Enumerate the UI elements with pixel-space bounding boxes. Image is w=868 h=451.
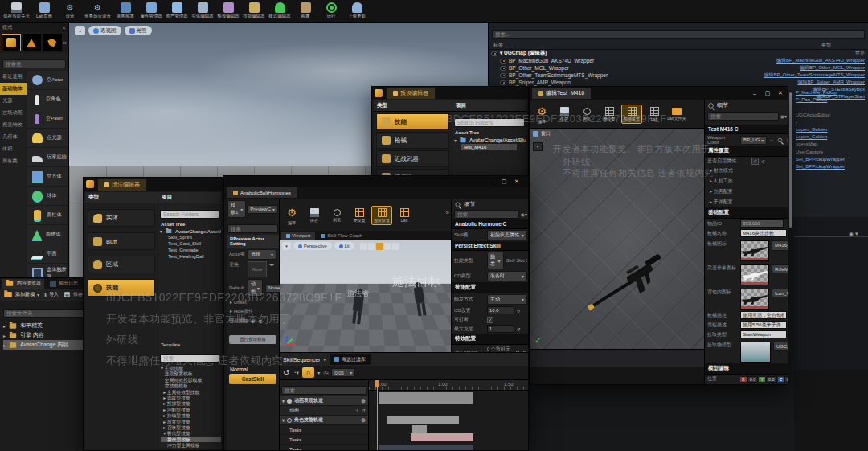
section-header[interactable]: 基础配置	[705, 207, 788, 219]
prev-next-icons[interactable]: ◂▸	[269, 261, 274, 267]
snap-toggle-button[interactable]: ∩	[302, 367, 314, 378]
outliner-col-label[interactable]: 标签	[493, 42, 503, 49]
outliner-type-link[interactable]: Lopen_Golden	[796, 134, 868, 141]
details-search-input[interactable]	[454, 210, 519, 219]
template-row[interactable]: ▸ 放置型技能	[161, 419, 221, 424]
modes-category[interactable]: 视觉特效	[0, 119, 27, 131]
outliner-type-link[interactable]: UGCActorEditor	[796, 113, 868, 120]
placeable-item[interactable]: 平面	[27, 244, 68, 264]
placeable-item[interactable]: 空Pawn	[27, 109, 68, 129]
weapon-preview-viewport[interactable]: 窗口 ▾ ✓	[530, 129, 704, 367]
template-row[interactable]: ▾ 替代型技能	[161, 430, 221, 436]
outliner-search-input[interactable]	[492, 30, 865, 39]
preview-tab-dropdown[interactable]: PreviewC▾	[247, 205, 278, 214]
details-search-input[interactable]	[707, 112, 779, 121]
template-row[interactable]: ▸ 召唤型技能	[161, 424, 221, 430]
track-search-input[interactable]	[281, 386, 366, 395]
rifle-model[interactable]	[574, 232, 687, 340]
pickup-model-thumbnail[interactable]	[740, 342, 771, 363]
back-arrow-icon[interactable]: ←	[769, 137, 774, 142]
toolbar-button[interactable]: Lab	[644, 105, 665, 123]
reset-icon[interactable]: ↺	[517, 308, 521, 314]
track-row[interactable]: Tasks	[280, 445, 368, 451]
view-options-icon[interactable]: ◔▾	[293, 370, 299, 376]
add-new-button[interactable]: 添加新项 ▾	[3, 291, 39, 298]
timeline-area[interactable]: 0.00 1.00 1.50	[369, 380, 529, 451]
template-row[interactable]: 替代型模板	[161, 437, 221, 442]
weapon-editor-tab[interactable]: 编辑Test_M416	[532, 88, 591, 99]
details-tab[interactable]: 细节	[464, 200, 475, 208]
placeable-item[interactable]: 点光源	[27, 129, 68, 148]
snap-interval-dropdown[interactable]: 0.05▾	[331, 368, 355, 377]
toolbar-button[interactable]: 构建	[294, 2, 317, 19]
library-tab[interactable]: 海选过滤库	[330, 354, 371, 365]
asset-dropdown[interactable]: UGC_BP_M▾	[773, 342, 788, 351]
refresh-icon[interactable]: ↺	[283, 368, 289, 377]
modes-category[interactable]: 基础物体	[0, 83, 27, 95]
toolbar-button[interactable]: 类设置	[349, 207, 370, 224]
collapsed-group-row[interactable]: ▸ 伤害配置	[705, 187, 788, 197]
template-row[interactable]: ▸ 引导型技能	[161, 448, 221, 449]
run-preset-button[interactable]: 运行预设模板	[229, 335, 276, 344]
pos-y-field[interactable]: 0.0	[766, 376, 777, 383]
timeline-clip[interactable]	[379, 445, 473, 451]
outliner-type-link[interactable]	[796, 105, 868, 112]
preset-editor-tab[interactable]: 预设编辑器	[386, 87, 436, 99]
visibility-eye-icon[interactable]	[500, 66, 506, 71]
placeable-item[interactable]: 玩家起始	[27, 148, 68, 167]
toolbar-button[interactable]: 编译	[281, 203, 302, 227]
text-field[interactable]	[740, 311, 787, 319]
toolbar-button[interactable]: 资产管理器	[166, 2, 188, 19]
maximize-button[interactable]: ▢	[763, 89, 772, 97]
asset-row[interactable]: Test_Grenade	[158, 248, 221, 254]
eye-filter-icon[interactable]: ◉ ▾	[849, 231, 858, 237]
outliner-row[interactable]: BP_Other_TeamScrimmageMTS_Wrapper 编辑BP_O…	[489, 72, 868, 79]
visibility-eye-icon[interactable]	[491, 51, 497, 56]
modes-close-icon[interactable]: ✕	[62, 25, 66, 31]
reset-icon[interactable]: ↺	[517, 326, 521, 332]
outliner-type-link[interactable]: Set_BPPickupWrapper	[796, 164, 868, 171]
template-row[interactable]: 全局特效投影模板	[161, 377, 221, 383]
template-search-input[interactable]	[160, 354, 219, 363]
toolbar-button[interactable]: 属性管理器	[140, 2, 162, 19]
mode-tab-place[interactable]	[2, 34, 21, 51]
add-track-icon[interactable]: ⊕	[361, 398, 366, 404]
template-row[interactable]: ▸ 冲刺型技能	[161, 407, 221, 412]
viewport-options-button[interactable]: ▾	[282, 242, 291, 250]
asset-dropdown[interactable]: M416突击步▾	[772, 240, 788, 251]
toolbar-button[interactable]: 蓝图脚本	[114, 2, 137, 19]
maximize-button[interactable]: ▢	[499, 178, 509, 186]
perspective-pill[interactable]: Perspective	[293, 242, 332, 250]
toolbar-button[interactable]: 运行	[320, 2, 342, 19]
cooldown-field[interactable]	[487, 306, 514, 314]
timeline-clip[interactable]	[379, 392, 473, 404]
outliner-type-link[interactable]: UserCapture	[796, 150, 868, 157]
modes-category[interactable]: 最近使用	[0, 71, 27, 83]
preset-type-item[interactable]: 枪械	[376, 132, 449, 149]
interrupt-checkbox[interactable]: ✓	[487, 317, 493, 323]
outliner-row[interactable]: BP_Other_MGL_Wrapper 编辑BP_Other_MGL_Wrap…	[489, 64, 868, 72]
outliner-type-link[interactable]: 世界	[855, 50, 868, 57]
toolbar-button[interactable]: Lab文件夹	[666, 106, 687, 122]
placeable-item[interactable]: 盒体触发器	[27, 264, 68, 278]
asset-root-row[interactable]: ▾ AvatarChange/Asset/Blue	[452, 136, 526, 144]
track-group-row[interactable]: ▾ 角色技能轨道 ⊕	[280, 416, 368, 425]
asset-selected-row[interactable]: Test_M416	[461, 144, 517, 150]
visibility-eye-icon[interactable]	[500, 73, 506, 78]
timeline-clip[interactable]	[387, 416, 459, 424]
cd-type-dropdown[interactable]: 装备时▾	[487, 271, 527, 281]
tab-viewport[interactable]: Viewport	[281, 232, 315, 240]
trigger-mode-dropdown[interactable]: 主动▾	[487, 294, 527, 305]
template-row[interactable]: ▸ 选取型技能	[161, 395, 221, 400]
outliner-row[interactable]: BP_Sniper_AMR_Weapon 编辑BP_Sniper_AMR_Wra…	[489, 79, 868, 86]
template-row[interactable]: 选取预置模板	[161, 371, 221, 376]
toolbar-button[interactable]: 类设置	[599, 105, 620, 123]
outliner-type-link[interactable]: 编辑BP_Other_MGL_Wrapper	[800, 64, 868, 72]
template-row[interactable]: ▾ 主动技能	[161, 365, 221, 371]
asset-dropdown[interactable]: Icon_WE▾	[772, 289, 788, 297]
section-header[interactable]: BPreview Actor Setting	[227, 235, 279, 248]
toolbar-button[interactable]: 保存	[304, 207, 325, 224]
preset-type-item[interactable]: 近战武器	[376, 150, 449, 167]
import-button[interactable]: ⬇ 导入	[43, 291, 59, 298]
timeline-clip[interactable]	[411, 433, 473, 441]
